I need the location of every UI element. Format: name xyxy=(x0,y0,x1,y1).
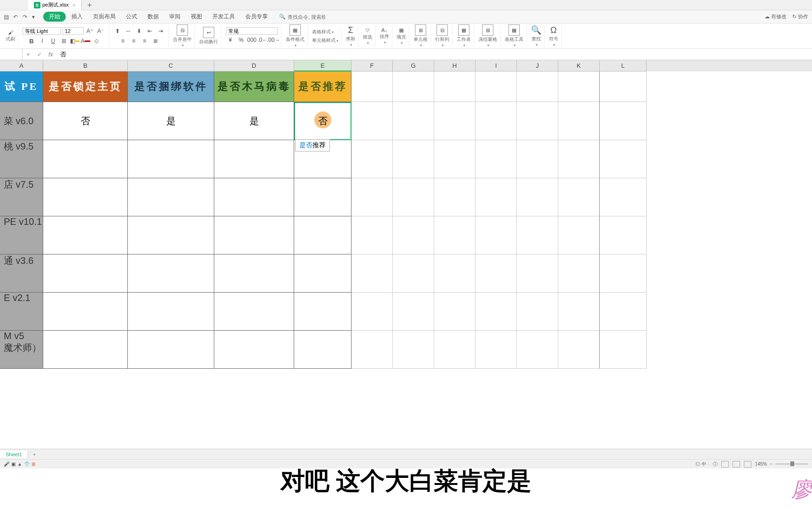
row-label[interactable]: E v2.1 xyxy=(0,293,43,331)
cell[interactable] xyxy=(294,331,351,369)
cell-empty[interactable] xyxy=(600,178,647,216)
header-pe[interactable]: 试 PE xyxy=(0,71,43,102)
row-label[interactable]: 店 v7.5 xyxy=(0,178,43,216)
col-header-g[interactable]: G xyxy=(393,60,434,71)
cell-empty[interactable] xyxy=(476,216,517,254)
cell-empty[interactable] xyxy=(434,102,476,140)
dec-decrease-icon[interactable]: .00→ xyxy=(269,35,278,45)
cell[interactable]: 否 xyxy=(43,102,128,140)
cell-empty[interactable] xyxy=(351,254,393,293)
cell-empty[interactable] xyxy=(393,254,434,293)
close-icon[interactable]: × xyxy=(72,2,75,8)
find-button[interactable]: 🔍查找 xyxy=(531,25,541,47)
record-icon[interactable]: 🎤 xyxy=(4,461,9,467)
cell[interactable] xyxy=(214,293,294,331)
cond-format-button[interactable]: ▦ 条件格式 xyxy=(286,24,304,48)
col-header-h[interactable]: H xyxy=(434,60,476,71)
menu-tab-insert[interactable]: 插入 xyxy=(67,12,87,22)
indent-left-icon[interactable]: ⇤ xyxy=(145,26,155,36)
formula-input[interactable] xyxy=(56,51,812,58)
align-top-icon[interactable]: ⬆ xyxy=(113,26,122,36)
command-search[interactable]: 🔍 xyxy=(279,14,325,20)
cell[interactable]: 是 xyxy=(128,102,214,140)
cell[interactable] xyxy=(128,178,214,216)
underline-button[interactable]: U xyxy=(48,36,58,46)
cell-empty[interactable] xyxy=(517,178,558,216)
cancel-edit-icon[interactable]: × xyxy=(23,51,34,58)
cell[interactable] xyxy=(43,216,128,254)
cell-empty[interactable] xyxy=(351,293,393,331)
col-header-b[interactable]: B xyxy=(43,60,128,71)
comma-icon[interactable]: 000 xyxy=(247,35,257,45)
cell-empty[interactable] xyxy=(558,102,600,140)
cell[interactable] xyxy=(294,293,351,331)
cell-empty[interactable] xyxy=(558,331,600,369)
row-label[interactable]: 菜 v6.0 xyxy=(0,102,43,140)
cell-empty[interactable] xyxy=(558,216,600,254)
cell-empty[interactable] xyxy=(600,254,647,293)
cell-empty[interactable] xyxy=(434,178,476,216)
indent-right-icon[interactable]: ⇥ xyxy=(156,26,165,36)
cell[interactable] xyxy=(43,331,128,369)
col-header-d[interactable]: D xyxy=(214,60,294,71)
align-justify-icon[interactable]: ≣ xyxy=(151,36,160,46)
view-page-icon[interactable] xyxy=(733,461,740,468)
cell[interactable] xyxy=(214,178,294,216)
menu-tab-review[interactable]: 审阅 xyxy=(164,12,185,22)
cell-empty[interactable] xyxy=(517,331,558,369)
cell-empty[interactable] xyxy=(476,254,517,293)
cell-empty[interactable] xyxy=(558,178,600,216)
col-header-a[interactable]: A xyxy=(0,60,43,71)
cell-empty[interactable] xyxy=(393,140,434,178)
header-bundle[interactable]: 是否捆绑软件 xyxy=(128,71,214,102)
sheet-tab[interactable]: Sheet1 xyxy=(0,451,28,458)
menu-tab-data[interactable]: 数据 xyxy=(143,12,164,22)
sheet-add-button[interactable]: + xyxy=(28,452,40,457)
cell-empty[interactable] xyxy=(434,293,476,331)
cell[interactable] xyxy=(43,178,128,216)
row-label[interactable]: M v5魔术师） xyxy=(0,331,43,369)
cell-empty[interactable] xyxy=(393,178,434,216)
cell-empty[interactable] xyxy=(393,216,434,254)
cell-empty[interactable] xyxy=(600,331,647,369)
merge-button[interactable]: ⊟ 合并居中 xyxy=(173,24,192,48)
cell-empty[interactable] xyxy=(476,71,517,102)
cell-empty[interactable] xyxy=(393,102,434,140)
format-painter-button[interactable]: 🖌 式刷 xyxy=(6,30,15,42)
align-left-icon[interactable]: ≡ xyxy=(118,36,128,46)
cell[interactable] xyxy=(128,140,214,178)
number-format-select[interactable] xyxy=(226,27,278,35)
currency-icon[interactable]: ¥ xyxy=(226,35,235,45)
menu-tab-layout[interactable]: 页面布局 xyxy=(88,12,120,22)
menu-tab-formula[interactable]: 公式 xyxy=(121,12,142,22)
cell[interactable] xyxy=(294,216,351,254)
row-label[interactable]: PE v10.1 xyxy=(0,216,43,254)
menu-tab-vip[interactable]: 会员专享 xyxy=(241,12,273,22)
col-header-c[interactable]: C xyxy=(128,60,214,71)
cell-empty[interactable] xyxy=(434,254,476,293)
cell-empty[interactable] xyxy=(517,140,558,178)
align-bottom-icon[interactable]: ⬇ xyxy=(134,26,144,36)
cell-empty[interactable] xyxy=(600,216,647,254)
cell[interactable] xyxy=(43,293,128,331)
cell[interactable] xyxy=(214,254,294,293)
cell-empty[interactable] xyxy=(476,331,517,369)
fill-button[interactable]: ▦填充 xyxy=(397,27,406,45)
col-header-f[interactable]: F xyxy=(351,60,393,71)
col-header-e[interactable]: E xyxy=(294,60,351,71)
cell-empty[interactable] xyxy=(476,102,517,140)
zoom-slider[interactable] xyxy=(775,463,808,465)
name-box[interactable] xyxy=(0,49,23,60)
cell-button[interactable]: ⊞单元格 xyxy=(414,24,428,48)
cell-empty[interactable] xyxy=(600,293,647,331)
increase-font-icon[interactable]: A⁺ xyxy=(85,26,94,36)
camera-icon[interactable]: ▣ xyxy=(11,461,16,467)
table-style-button[interactable]: 表格样式 xyxy=(312,29,338,35)
align-center-icon[interactable]: ≡ xyxy=(129,36,139,46)
cell-empty[interactable] xyxy=(517,293,558,331)
tshirt-icon[interactable]: 👕 xyxy=(24,461,30,467)
confirm-edit-icon[interactable]: ✓ xyxy=(34,51,45,58)
row-label[interactable]: 通 v3.6 xyxy=(0,254,43,293)
header-recommend[interactable]: 是否推荐 xyxy=(294,71,351,102)
cell-empty[interactable] xyxy=(351,140,393,178)
